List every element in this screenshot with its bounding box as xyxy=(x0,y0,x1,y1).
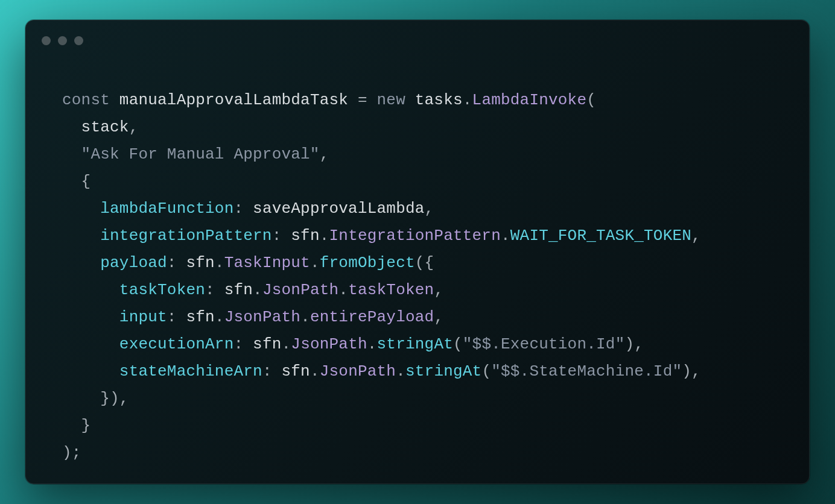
prop-input: input xyxy=(119,308,167,326)
string-task-name: "Ask For Manual Approval" xyxy=(81,145,320,163)
var-name: manualApprovalLambdaTask xyxy=(119,91,348,109)
keyword-new: new xyxy=(377,91,405,109)
minimize-icon[interactable] xyxy=(58,36,67,45)
prop-execution-arn: executionArn xyxy=(119,335,234,353)
ns-tasks: tasks xyxy=(415,91,463,109)
string-execution-id: "$$.Execution.Id" xyxy=(463,335,625,353)
prop-payload: payload xyxy=(100,254,167,272)
prop-task-token: taskToken xyxy=(119,281,205,299)
prop-lambda-function: lambdaFunction xyxy=(100,200,233,218)
member-task-token: taskToken xyxy=(348,281,434,299)
member-entire-payload: entirePayload xyxy=(310,308,434,326)
keyword-const: const xyxy=(62,91,110,109)
arg-stack: stack xyxy=(81,118,129,136)
prop-state-machine-arn: stateMachineArn xyxy=(119,362,262,380)
close-icon[interactable] xyxy=(42,36,51,45)
fn-from-object: fromObject xyxy=(320,254,415,272)
class-json-path: JsonPath xyxy=(262,281,338,299)
class-lambda-invoke: LambdaInvoke xyxy=(472,91,587,109)
fn-string-at: stringAt xyxy=(377,335,453,353)
class-integration-pattern: IntegrationPattern xyxy=(329,227,501,245)
maximize-icon[interactable] xyxy=(74,36,83,45)
code-window: const manualApprovalLambdaTask = new tas… xyxy=(25,20,810,484)
string-state-machine-id: "$$.StateMachine.Id" xyxy=(491,362,682,380)
enum-wait-for-task-token: WAIT_FOR_TASK_TOKEN xyxy=(510,227,691,245)
code-block: const manualApprovalLambdaTask = new tas… xyxy=(62,87,785,467)
val-save-approval-lambda: saveApprovalLambda xyxy=(253,200,424,218)
prop-integration-pattern: integrationPattern xyxy=(100,227,271,245)
window-controls xyxy=(42,36,83,45)
class-task-input: TaskInput xyxy=(224,254,310,272)
